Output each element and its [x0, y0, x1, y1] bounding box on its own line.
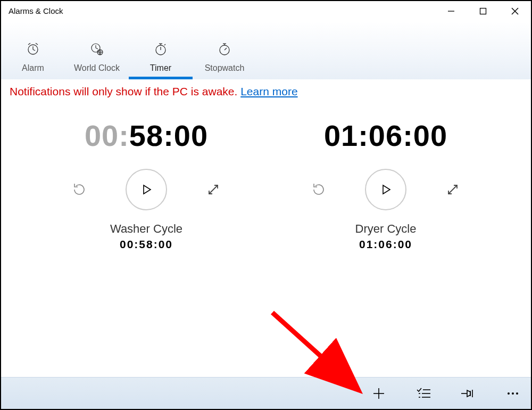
svg-line-11	[96, 48, 98, 49]
tab-stopwatch[interactable]: Stopwatch	[193, 42, 256, 79]
alarm-icon	[26, 42, 40, 58]
minimize-button[interactable]	[435, 1, 467, 21]
app-window: Alarms & Clock Alarm	[0, 0, 532, 410]
svg-rect-1	[480, 9, 486, 14]
add-timer-button[interactable]	[371, 386, 386, 401]
reset-button[interactable]	[310, 181, 328, 199]
tabs-row: Alarm World Clock Timer	[1, 21, 531, 80]
tab-label: Stopwatch	[205, 63, 245, 73]
learn-more-link[interactable]: Learn more	[240, 85, 297, 97]
svg-line-7	[28, 43, 30, 45]
pin-button[interactable]	[461, 386, 476, 401]
maximize-icon	[479, 7, 487, 15]
play-icon	[140, 183, 153, 196]
svg-marker-25	[383, 185, 390, 194]
close-icon	[511, 7, 519, 15]
svg-line-18	[164, 44, 165, 45]
svg-line-20	[225, 48, 227, 50]
play-button[interactable]	[365, 169, 406, 210]
tab-label: World Clock	[74, 63, 120, 73]
svg-point-38	[512, 392, 514, 395]
play-icon	[379, 183, 392, 196]
svg-marker-23	[144, 185, 151, 194]
svg-line-8	[36, 43, 38, 45]
timer-name: Washer Cycle	[27, 222, 266, 236]
minimize-icon	[447, 7, 455, 15]
timer-icon	[154, 42, 168, 58]
ellipsis-icon	[506, 391, 520, 396]
tab-alarm[interactable]: Alarm	[1, 42, 65, 79]
window-controls	[435, 1, 531, 21]
reset-button[interactable]	[70, 181, 88, 199]
timer-name: Dryer Cycle	[266, 222, 505, 236]
tab-label: Alarm	[22, 63, 44, 73]
maximize-button[interactable]	[467, 1, 499, 21]
reset-icon	[71, 182, 87, 198]
notification-text: Notifications will only show if the PC i…	[10, 85, 240, 97]
timer-card: 00:58:00 Washer Cycle 00:58:00	[27, 118, 266, 251]
timer-seconds: 00	[413, 119, 447, 152]
command-bar	[1, 377, 531, 409]
reset-icon	[311, 182, 327, 198]
more-button[interactable]	[505, 386, 520, 401]
select-button[interactable]	[416, 386, 431, 401]
notification-bar: Notifications will only show if the PC i…	[1, 80, 531, 102]
svg-point-39	[516, 392, 518, 395]
plus-icon	[372, 387, 386, 400]
play-button[interactable]	[126, 169, 167, 210]
expand-icon	[206, 183, 220, 196]
stopwatch-icon	[218, 42, 231, 58]
svg-line-24	[209, 185, 218, 194]
timer-duration: 01:06:00	[266, 238, 505, 251]
tab-timer[interactable]: Timer	[129, 42, 193, 79]
worldclock-icon	[90, 42, 104, 58]
svg-line-41	[272, 313, 352, 384]
svg-line-26	[448, 185, 457, 194]
pin-icon	[461, 388, 476, 399]
title-bar: Alarms & Clock	[1, 1, 531, 21]
timer-hours: 01	[324, 119, 358, 152]
expand-button[interactable]	[444, 181, 462, 199]
timer-display: 00:58:00	[27, 118, 266, 153]
close-button[interactable]	[499, 1, 531, 21]
timer-controls	[27, 169, 266, 210]
checklist-icon	[417, 388, 430, 399]
timer-seconds: 00	[174, 119, 208, 152]
expand-icon	[446, 183, 460, 196]
svg-point-37	[508, 392, 510, 395]
timer-card: 01:06:00 Dryer Cycle 01:06:00	[266, 118, 505, 251]
timer-controls	[266, 169, 505, 210]
timer-duration: 00:58:00	[27, 238, 266, 251]
timer-minutes: 58	[129, 119, 163, 152]
timer-hours: 00	[85, 119, 119, 152]
timer-display: 01:06:00	[266, 118, 505, 153]
tab-label: Timer	[150, 63, 171, 73]
timers-area: 00:58:00 Washer Cycle 00:58:00	[1, 102, 531, 251]
window-title: Alarms & Clock	[9, 1, 63, 21]
expand-button[interactable]	[204, 181, 222, 199]
tab-worldclock[interactable]: World Clock	[65, 42, 129, 79]
svg-line-6	[33, 50, 35, 51]
timer-minutes: 06	[369, 119, 403, 152]
